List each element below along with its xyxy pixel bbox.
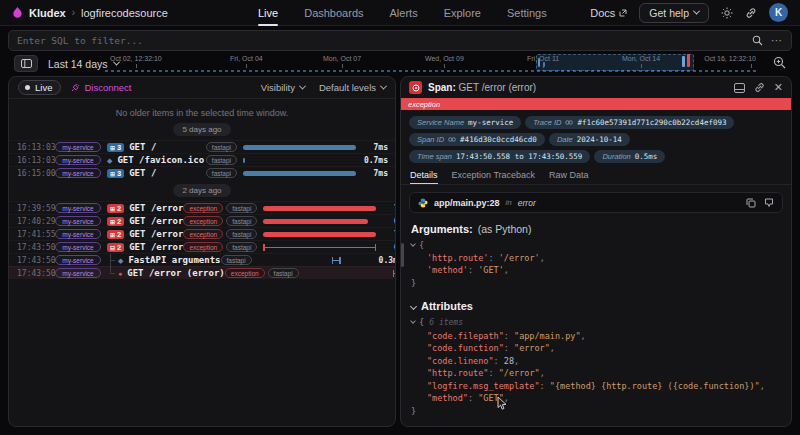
tab-live[interactable]: Live bbox=[258, 0, 278, 26]
span-bar-area bbox=[258, 254, 374, 267]
theme-toggle-button[interactable] bbox=[721, 7, 733, 19]
share-link-button[interactable] bbox=[745, 7, 757, 19]
breadcrumb-separator: › bbox=[72, 7, 75, 18]
timeline[interactable]: Oct 02, 12:32:10 Fri, Oct 04 Mon, Oct 07… bbox=[105, 53, 756, 74]
span-duration: 6ms bbox=[379, 243, 396, 252]
panel-left-icon bbox=[21, 59, 32, 68]
span-bar-area bbox=[305, 267, 396, 280]
service-badge: my-service bbox=[55, 142, 101, 152]
close-icon[interactable]: ✕ bbox=[774, 82, 783, 93]
trace-row[interactable]: 17:39:59 my-service ⊞2 GET /error except… bbox=[9, 201, 395, 214]
error-bullet-icon: ● bbox=[118, 270, 122, 277]
span-name: GET /error bbox=[129, 229, 183, 239]
row-timestamp: 17:43:50 bbox=[17, 243, 55, 252]
tag-exception: exception bbox=[183, 203, 223, 213]
span-bar bbox=[243, 145, 356, 150]
search-icon[interactable] bbox=[752, 35, 763, 46]
expand-icon: ⊞ bbox=[110, 205, 115, 212]
timeline-tick: Oct 16, 12:32:10 bbox=[704, 55, 756, 62]
span-count-badge[interactable]: ⊞3 bbox=[107, 169, 124, 178]
meta-trace-id[interactable]: Trace ID #f1c60e57391d771c290c0b22cd4ef0… bbox=[525, 116, 734, 129]
span-name: FastAPI arguments bbox=[128, 255, 220, 265]
span-count-badge[interactable]: ⊟2 bbox=[107, 243, 124, 252]
tab-details[interactable]: Details bbox=[410, 170, 438, 184]
section-chevron-icon[interactable] bbox=[410, 302, 417, 309]
trace-row[interactable]: 16:13:03 my-service ◆ GET /favicon.ico f… bbox=[9, 153, 395, 166]
tag-fastapi: fastapi bbox=[226, 229, 257, 239]
span-bar bbox=[263, 219, 368, 224]
trace-row[interactable]: 16:13:03 my-service ⊞3 GET / fastapi 7ms bbox=[9, 140, 395, 153]
filter-more-button[interactable]: ⋯ bbox=[771, 34, 783, 47]
org-name[interactable]: Kludex bbox=[29, 7, 66, 19]
span-bullet-icon: ◆ bbox=[118, 257, 123, 264]
expand-icon: ⊞ bbox=[110, 170, 115, 177]
tab-settings[interactable]: Settings bbox=[507, 0, 547, 26]
collapse-chevron-icon[interactable] bbox=[410, 241, 416, 247]
code-filepath[interactable]: app/main.py:28 bbox=[434, 198, 500, 208]
project-name[interactable]: logfirecodesource bbox=[81, 7, 168, 19]
span-count-badge[interactable]: ⊞2 bbox=[107, 204, 124, 213]
meta-span-id[interactable]: Span ID #416d30c0ccd46cd0 bbox=[409, 133, 545, 146]
tab-explore[interactable]: Explore bbox=[444, 0, 481, 26]
docs-link[interactable]: Docs bbox=[590, 7, 627, 19]
live-toggle[interactable]: Live bbox=[18, 80, 61, 95]
span-range-bar bbox=[263, 247, 376, 249]
link-icon bbox=[565, 119, 573, 126]
zoom-in-button[interactable] bbox=[773, 55, 786, 73]
span-count-badge[interactable]: ⊞2 bbox=[107, 217, 124, 226]
disconnect-button[interactable]: Disconnect bbox=[71, 82, 131, 93]
visibility-dropdown[interactable]: Visibility bbox=[261, 82, 305, 93]
trace-row[interactable]: 17:40:29 my-service ⊞2 GET /error except… bbox=[9, 214, 395, 227]
copy-icon[interactable] bbox=[746, 198, 756, 208]
default-levels-dropdown[interactable]: Default levels bbox=[319, 82, 386, 93]
timeline-tick: Oct 02, 12:32:10 bbox=[110, 55, 162, 62]
tree-connector bbox=[107, 267, 116, 280]
trace-row[interactable]: 17:43:50 my-service ◆ FastAPI arguments … bbox=[9, 253, 395, 266]
span-name: GET / bbox=[129, 142, 156, 152]
span-duration: 7ms bbox=[359, 169, 395, 178]
span-range-bar bbox=[393, 273, 396, 275]
span-name: GET / bbox=[129, 168, 156, 178]
exception-banner: exception bbox=[401, 98, 791, 110]
arguments-code: { 'http.route': '/error', 'method': 'GET… bbox=[401, 238, 791, 290]
meta-duration: Duration0.5ms bbox=[594, 150, 665, 163]
copy-link-icon[interactable] bbox=[754, 82, 765, 93]
avatar[interactable]: K bbox=[769, 3, 788, 22]
span-bar bbox=[243, 158, 245, 163]
sidebar-toggle-button[interactable] bbox=[14, 55, 38, 72]
tag-fastapi: fastapi bbox=[268, 268, 299, 278]
tab-dashboards[interactable]: Dashboards bbox=[304, 0, 363, 26]
trace-row[interactable]: 17:41:55 my-service ⊞2 GET /error except… bbox=[9, 227, 395, 240]
get-help-button[interactable]: Get help bbox=[639, 3, 709, 23]
row-timestamp: 16:13:03 bbox=[17, 156, 55, 165]
timeline-selection[interactable] bbox=[536, 54, 694, 71]
tab-exception-traceback[interactable]: Exception Traceback bbox=[452, 170, 536, 184]
trace-row-selected[interactable]: 17:43:50 my-service ● GET /error (error)… bbox=[9, 266, 395, 279]
logfire-logo-icon[interactable] bbox=[12, 6, 23, 19]
expand-icon: ⊞ bbox=[110, 144, 115, 151]
service-badge: my-service bbox=[55, 242, 101, 252]
service-badge: my-service bbox=[55, 216, 101, 226]
source-branch-icon[interactable] bbox=[764, 198, 774, 208]
tab-alerts[interactable]: Alerts bbox=[390, 0, 418, 26]
span-count-badge[interactable]: ⊞2 bbox=[107, 230, 124, 239]
tab-raw-data[interactable]: Raw Data bbox=[549, 170, 589, 184]
span-bar-area bbox=[263, 241, 379, 254]
scrollbar-thumb[interactable] bbox=[401, 243, 404, 267]
sql-filter-input[interactable] bbox=[17, 35, 752, 46]
trace-row[interactable]: 16:15:00 my-service ⊞3 GET / fastapi 7ms bbox=[9, 166, 395, 179]
collapse-chevron-icon[interactable] bbox=[410, 318, 416, 324]
dock-panel-icon[interactable] bbox=[734, 83, 745, 93]
tag-fastapi: fastapi bbox=[206, 155, 237, 165]
live-view-panel: Live Disconnect Visibility Default level… bbox=[8, 76, 396, 427]
selection-handle[interactable] bbox=[682, 56, 685, 67]
detail-tabs: Details Exception Traceback Raw Data bbox=[401, 168, 791, 185]
timeline-tick: Fri, Oct 04 bbox=[230, 55, 263, 62]
service-badge: my-service bbox=[55, 255, 101, 265]
link-icon bbox=[745, 7, 757, 19]
tag-fastapi: fastapi bbox=[221, 255, 252, 265]
span-count-badge[interactable]: ⊞3 bbox=[107, 143, 124, 152]
row-timestamp: 16:13:03 bbox=[17, 143, 55, 152]
trace-row[interactable]: 17:43:50 my-service ⊟2 GET /error except… bbox=[9, 240, 395, 253]
span-bar bbox=[243, 171, 356, 176]
